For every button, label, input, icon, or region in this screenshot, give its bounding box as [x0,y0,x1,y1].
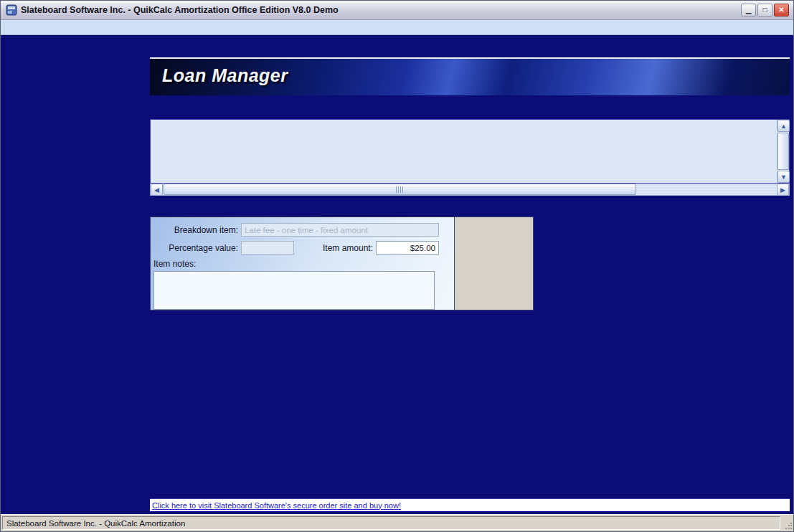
app-window: Slateboard Software Inc. - QuikCalc Amor… [0,0,794,532]
close-button[interactable]: ✕ [774,4,789,16]
document-tabs [150,39,790,59]
item-amount-label: Item amount: [307,243,373,253]
scroll-up-button[interactable]: ▲ [778,120,790,132]
scroll-down-button[interactable]: ▼ [778,171,790,183]
window-title: Slateboard Software Inc. - QuikCalc Amor… [21,5,339,15]
breakdown-panel: Breakdown item: Percentage value: Item a… [150,201,790,310]
order-link-bar: Click here to visit Slateboard Software'… [150,498,790,511]
resize-grip[interactable] [780,516,792,530]
status-bar: Slateboard Software Inc. - QuikCalc Amor… [1,514,793,531]
menu-bar [1,20,793,35]
item-amount-field[interactable] [376,241,439,255]
maximize-button[interactable]: □ [757,4,772,16]
minimize-button[interactable]: ▁ [741,4,756,16]
percentage-value-field[interactable] [241,241,294,255]
vertical-scrollbar[interactable]: ▲ ▼ [777,120,789,183]
vertical-scroll-thumb[interactable] [778,133,789,170]
app-icon [6,4,17,16]
item-notes-label: Item notes: [153,259,196,269]
order-link[interactable]: Click here to visit Slateboard Software'… [152,501,401,510]
horizontal-scroll-thumb[interactable] [164,184,636,195]
horizontal-scrollbar[interactable]: ◀ ▶ [150,184,790,196]
loan-subtabs [150,97,790,115]
scroll-left-button[interactable]: ◀ [151,184,163,196]
main-area: Loan Manager ▲ ▼ ◀ ▶ [146,35,793,514]
payments-grid: ▲ ▼ [150,119,790,184]
scroll-right-button[interactable]: ▶ [777,184,789,196]
breakdown-buttons [455,217,534,310]
breakdown-item-field[interactable] [241,223,439,237]
breakdown-tabs [150,201,790,217]
sidebar [1,35,146,514]
action-bar [150,478,790,498]
breakdown-form: Breakdown item: Percentage value: Item a… [150,217,455,310]
breakdown-item-label: Breakdown item: [153,225,238,235]
loan-manager-banner: Loan Manager [150,59,790,95]
title-bar: Slateboard Software Inc. - QuikCalc Amor… [1,1,793,20]
status-text: Slateboard Software Inc. - QuikCalc Amor… [2,516,780,530]
percentage-value-label: Percentage value: [153,243,238,253]
content: Loan Manager ▲ ▼ ◀ ▶ [1,35,793,514]
banner-title: Loan Manager [162,65,288,86]
item-notes-field[interactable] [153,271,435,310]
